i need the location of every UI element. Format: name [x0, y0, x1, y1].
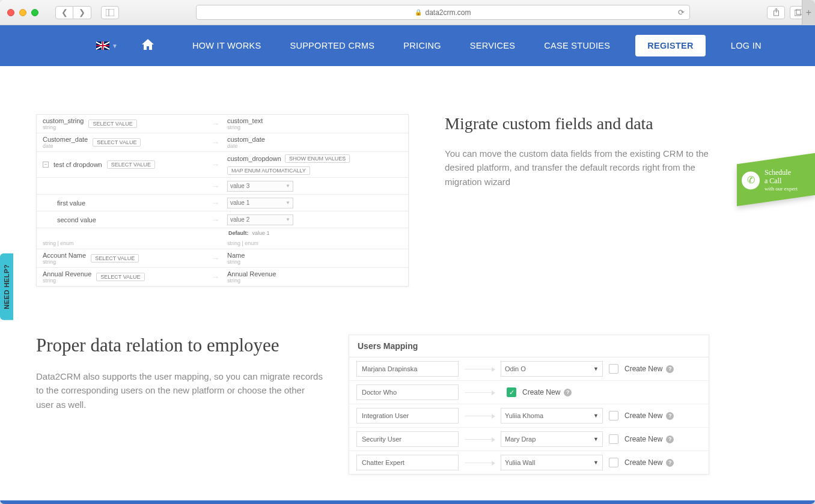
help-icon[interactable]: ?: [666, 365, 674, 373]
user-mapping-row: Doctor Who✓Create New?: [349, 381, 709, 404]
back-button[interactable]: ❮: [55, 6, 73, 19]
field-mapping-panel: custom_string string SELECT VALUE → cust…: [36, 114, 409, 287]
close-window-button[interactable]: [7, 9, 14, 16]
field-row: custom_string string SELECT VALUE → cust…: [37, 115, 408, 133]
nav-how-it-works[interactable]: HOW IT WORKS: [178, 41, 276, 50]
select-value-button[interactable]: SELECT VALUE: [93, 138, 141, 147]
field-row: Account Name string SELECT VALUE → Name …: [37, 249, 408, 268]
nav-case-studies[interactable]: CASE STUDIES: [530, 41, 624, 50]
select-value-button[interactable]: SELECT VALUE: [96, 273, 144, 281]
language-selector[interactable]: ▼: [96, 41, 118, 50]
section-users: Proper data relation to employee Data2CR…: [36, 335, 325, 411]
target-field-type: string: [227, 124, 263, 130]
schedule-line2: a Call: [765, 177, 798, 186]
help-icon[interactable]: ?: [666, 436, 674, 443]
create-new-label: Create New?: [522, 388, 572, 396]
create-new-label: Create New?: [624, 365, 674, 373]
arrow-right-icon: →: [211, 215, 219, 225]
window-controls: [7, 9, 38, 16]
schedule-sub: with our expert: [765, 186, 798, 192]
browser-chrome: ❮ ❯ 🔒 data2crm.com ⟳ +: [0, 0, 815, 25]
create-new-checkbox[interactable]: ✓: [507, 387, 516, 397]
need-help-tab[interactable]: NEED HELP?: [0, 254, 13, 320]
address-bar[interactable]: 🔒 data2crm.com ⟳: [196, 5, 690, 20]
target-field-name: custom_dropdown: [227, 155, 281, 162]
enum-value-dropdown[interactable]: value 2▼: [227, 214, 293, 225]
users-mapping-panel: Users Mapping Marjana DrapinskaOdin O▼Cr…: [349, 335, 709, 475]
source-user-input[interactable]: Marjana Drapinska: [356, 361, 459, 377]
svg-rect-4: [795, 10, 801, 16]
nav-pricing[interactable]: PRICING: [389, 41, 456, 50]
share-button[interactable]: [767, 6, 785, 19]
user-mapping-row: Integration UserYuliia Khoma▼Create New?: [349, 404, 709, 428]
nav-links: HOW IT WORKS SUPPORTED CRMS PRICING SERV…: [178, 35, 776, 56]
field-type: date: [43, 143, 88, 149]
target-user-select[interactable]: Mary Drap▼: [501, 431, 603, 447]
field-name: Customer_date: [43, 136, 88, 143]
arrow-right-icon: →: [211, 138, 219, 147]
enum-value-dropdown[interactable]: value 1▼: [227, 198, 293, 208]
create-new-checkbox[interactable]: [609, 411, 618, 421]
home-icon[interactable]: [142, 39, 154, 53]
arrow-right-icon: →: [211, 181, 219, 191]
help-icon[interactable]: ?: [666, 459, 674, 467]
section-heading: Proper data relation to employee: [36, 335, 325, 356]
create-new-label: Create New?: [624, 458, 674, 467]
map-enum-button[interactable]: MAP ENUM AUTOMATICALLY: [227, 166, 310, 175]
url-text: data2crm.com: [425, 8, 471, 17]
source-user-input[interactable]: Security User: [356, 431, 459, 447]
select-value-button[interactable]: SELECT VALUE: [88, 120, 136, 128]
section-custom-fields: Migrate custom fields and data You can m…: [445, 114, 709, 189]
target-field-type: date: [227, 143, 265, 149]
arrow-right-icon: [465, 392, 495, 393]
field-subrow-meta: Default: value 1 string | enum string | …: [37, 228, 408, 249]
target-user-select[interactable]: Yuliia Khoma▼: [501, 408, 603, 424]
field-name: Account Name: [43, 252, 86, 259]
field-row: Annual Revenue string SELECT VALUE → Ann…: [37, 268, 408, 286]
nav-services[interactable]: SERVICES: [456, 41, 530, 50]
field-subrow: second value → value 2▼: [37, 211, 408, 228]
source-user-input[interactable]: Integration User: [356, 408, 459, 424]
sidebar-toggle-button[interactable]: [101, 6, 119, 19]
create-new-checkbox[interactable]: [609, 364, 618, 374]
minimize-window-button[interactable]: [19, 9, 26, 16]
svg-rect-0: [106, 9, 114, 16]
forward-button[interactable]: ❯: [73, 6, 91, 19]
nav-supported-crms[interactable]: SUPPORTED CRMS: [275, 41, 389, 50]
help-icon[interactable]: ?: [666, 412, 674, 420]
help-icon[interactable]: ?: [564, 389, 572, 396]
show-enum-button[interactable]: SHOW ENUM VALUES: [285, 154, 350, 163]
create-new-checkbox[interactable]: [609, 434, 618, 444]
target-field-type: string: [227, 259, 245, 265]
select-value-button[interactable]: SELECT VALUE: [91, 254, 139, 263]
source-user-input[interactable]: Doctor Who: [356, 384, 459, 400]
field-name: test cf dropdown: [53, 161, 102, 168]
collapse-toggle[interactable]: −: [43, 162, 49, 168]
target-user-select[interactable]: Yuliia Wall▼: [501, 455, 603, 470]
arrow-right-icon: →: [211, 272, 219, 282]
field-row-expandable: − test cf dropdown SELECT VALUE → custom…: [37, 152, 408, 178]
field-row: Customer_date date SELECT VALUE → custom…: [37, 133, 408, 152]
nav-register[interactable]: REGISTER: [635, 35, 706, 56]
reload-button[interactable]: ⟳: [678, 8, 685, 17]
section-body: You can move the custom data fields from…: [445, 147, 709, 189]
field-subrow: first value → value 1▼: [37, 195, 408, 211]
nav-login[interactable]: LOG IN: [716, 41, 776, 50]
enum-source-value: first value: [57, 199, 85, 207]
target-user-select[interactable]: Odin O▼: [501, 361, 603, 377]
create-new-label: Create New?: [624, 411, 674, 420]
field-type: string: [43, 124, 84, 130]
new-tab-button[interactable]: +: [802, 0, 815, 25]
enum-value-dropdown[interactable]: value 3▼: [227, 181, 293, 192]
uk-flag-icon: [96, 41, 109, 50]
arrow-right-icon: [465, 369, 495, 369]
need-help-label: NEED HELP?: [3, 264, 10, 309]
maximize-window-button[interactable]: [31, 9, 38, 16]
arrow-right-icon: →: [211, 160, 219, 169]
select-value-button[interactable]: SELECT VALUE: [107, 160, 155, 169]
create-new-checkbox[interactable]: [609, 458, 618, 467]
chevron-down-icon: ▼: [112, 43, 118, 49]
target-field-type: string: [227, 278, 276, 284]
user-mapping-row: Chatter ExpertYuliia Wall▼Create New?: [349, 451, 709, 474]
source-user-input[interactable]: Chatter Expert: [356, 455, 459, 470]
